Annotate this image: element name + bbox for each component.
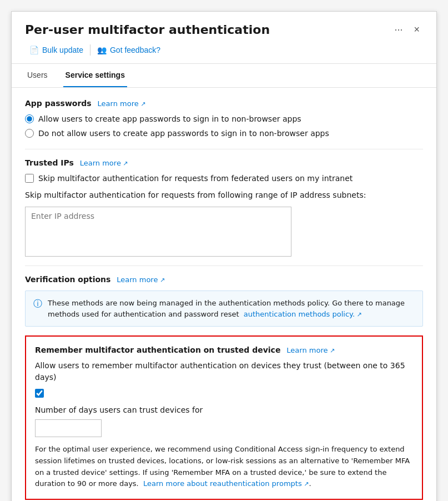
trusted-ips-learn-more[interactable]: Learn more (80, 159, 128, 167)
skip-federated-option[interactable]: Skip multifactor authentication for requ… (25, 174, 423, 183)
divider-1 (25, 149, 423, 149)
disallow-app-passwords-label: Do not allow users to create app passwor… (38, 129, 329, 138)
panel-title: Per-user multifactor authentication (25, 23, 391, 37)
app-passwords-radio-group: Allow users to create app passwords to s… (25, 114, 423, 138)
feedback-icon: 👥 (97, 46, 107, 54)
tab-users[interactable]: Users (25, 64, 50, 87)
auth-methods-policy-link[interactable]: authentication methods policy. (244, 310, 362, 318)
disallow-app-passwords-radio[interactable] (25, 129, 34, 138)
remember-mfa-section: Remember multifactor authentication on t… (25, 335, 423, 500)
trusted-ips-title: Trusted IPs Learn more (25, 158, 423, 167)
skip-range-label: Skip multifactor authentication for requ… (25, 189, 423, 201)
remember-mfa-learn-more[interactable]: Learn more (286, 346, 335, 354)
remember-mfa-title: Remember multifactor authentication on t… (35, 345, 413, 354)
verification-info-text: These methods are now being managed in t… (48, 298, 415, 319)
toolbar: 📄 Bulk update 👥 Got feedback? (12, 37, 436, 64)
allow-app-passwords-label: Allow users to create app passwords to s… (38, 114, 301, 123)
app-passwords-title: App passwords Learn more (25, 99, 423, 108)
feedback-label: Got feedback? (110, 46, 160, 54)
tabs: Users Service settings (12, 64, 436, 88)
ip-address-input[interactable] (25, 207, 291, 257)
divider-2 (25, 265, 423, 266)
skip-federated-checkbox[interactable] (25, 174, 34, 183)
disallow-app-passwords-option[interactable]: Do not allow users to create app passwor… (25, 129, 423, 138)
verification-options-learn-more[interactable]: Learn more (117, 275, 165, 284)
verification-options-section: Verification options Learn more ⓘ These … (25, 275, 423, 327)
verification-options-title: Verification options Learn more (25, 275, 423, 284)
feedback-button[interactable]: 👥 Got feedback? (93, 43, 165, 57)
info-icon: ⓘ (33, 298, 42, 310)
remember-mfa-checkbox-option[interactable] (35, 389, 413, 398)
bulk-update-icon: 📄 (29, 46, 39, 54)
reauthentication-link[interactable]: Learn more about reauthentication prompt… (143, 479, 309, 488)
toolbar-separator (90, 44, 90, 56)
header-actions: ··· × (391, 23, 423, 37)
allow-app-passwords-radio[interactable] (25, 114, 34, 123)
panel-header: Per-user multifactor authentication ··· … (12, 12, 436, 37)
panel: Per-user multifactor authentication ··· … (11, 11, 437, 501)
close-button[interactable]: × (410, 23, 423, 37)
app-passwords-learn-more[interactable]: Learn more (98, 99, 146, 108)
content: App passwords Learn more Allow users to … (12, 88, 436, 501)
app-passwords-section: App passwords Learn more Allow users to … (25, 99, 423, 138)
bulk-update-button[interactable]: 📄 Bulk update (25, 43, 88, 57)
tab-service-settings[interactable]: Service settings (63, 64, 127, 87)
skip-federated-label: Skip multifactor authentication for requ… (38, 174, 353, 183)
allow-app-passwords-option[interactable]: Allow users to create app passwords to s… (25, 114, 423, 123)
trusted-ips-section: Trusted IPs Learn more Skip multifactor … (25, 158, 423, 257)
bulk-update-label: Bulk update (42, 46, 83, 54)
days-input[interactable]: 90 (35, 419, 102, 437)
days-label: Number of days users can trust devices f… (35, 404, 413, 416)
verification-info-box: ⓘ These methods are now being managed in… (25, 290, 423, 327)
remember-mfa-body-text: For the optimal user experience, we reco… (35, 444, 413, 490)
remember-mfa-allow-label: Allow users to remember multifactor auth… (35, 360, 413, 383)
remember-mfa-checkbox[interactable] (35, 389, 44, 398)
ellipsis-button[interactable]: ··· (391, 23, 406, 37)
